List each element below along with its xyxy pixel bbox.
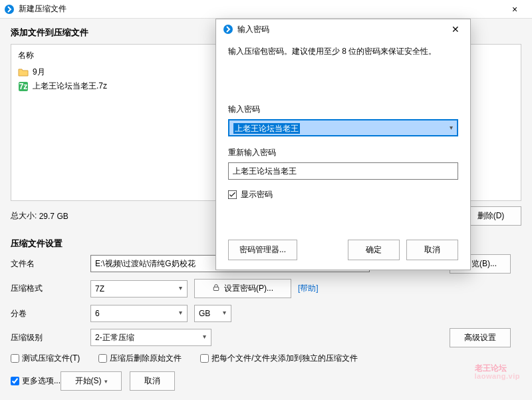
window-title: 新建压缩文件 — [19, 3, 66, 15]
show-password-checkbox[interactable]: 显示密码 — [228, 189, 458, 200]
split-size-input[interactable] — [90, 305, 188, 322]
repassword-input[interactable] — [228, 162, 458, 180]
split-unit-select[interactable] — [194, 305, 231, 322]
lock-icon — [212, 284, 220, 294]
app-icon — [223, 24, 233, 35]
password-label: 输入密码 — [228, 104, 458, 115]
sevenz-icon: 7z — [18, 81, 29, 92]
svg-point-4 — [223, 25, 233, 34]
dialog-title-bar: 输入密码 ✕ — [216, 19, 470, 39]
file-name: 上老王论坛当老王.7z — [33, 81, 107, 92]
format-label: 压缩格式 — [11, 283, 84, 294]
svg-rect-3 — [213, 287, 219, 290]
svg-point-0 — [5, 5, 14, 14]
dialog-hint: 输入压缩包密码。建议使用至少 8 位的密码来保证安全性。 — [228, 46, 458, 57]
chevron-down-icon[interactable]: ▾ — [450, 124, 453, 131]
help-link[interactable]: [帮助] — [298, 283, 319, 294]
password-combobox[interactable]: 上老王论坛当老王 ▾ — [228, 119, 458, 136]
cancel-button[interactable]: 取消 — [130, 371, 175, 391]
password-dialog: 输入密码 ✕ 输入压缩包密码。建议使用至少 8 位的密码来保证安全性。 输入密码… — [215, 19, 471, 270]
checkmark-icon — [228, 190, 237, 199]
app-icon — [4, 4, 15, 15]
svg-text:7z: 7z — [19, 82, 28, 91]
file-name: 9月 — [33, 67, 45, 78]
folder-icon — [18, 67, 29, 78]
password-manager-button[interactable]: 密码管理器... — [228, 240, 297, 260]
main-title-bar: 新建压缩文件 × — [0, 0, 532, 19]
advanced-settings-button[interactable]: 高级设置 — [450, 328, 511, 347]
password-input: 上老王论坛当老王 — [228, 119, 458, 136]
test-archive-checkbox[interactable]: 测试压缩文件(T) — [11, 353, 80, 364]
split-label: 分卷 — [11, 308, 84, 319]
repassword-label: 重新输入密码 — [228, 147, 458, 158]
filename-label: 文件名 — [11, 258, 84, 270]
total-size-value: 29.7 GB — [39, 212, 68, 221]
delete-after-checkbox[interactable]: 压缩后删除原始文件 — [98, 353, 182, 364]
ok-button[interactable]: 确定 — [348, 240, 400, 260]
compression-level-select[interactable] — [90, 329, 211, 346]
dialog-cancel-button[interactable]: 取消 — [406, 240, 458, 260]
start-button[interactable]: 开始(S)▾ — [61, 371, 122, 391]
dialog-title: 输入密码 — [237, 24, 269, 35]
separate-archives-checkbox[interactable]: 把每个文件/文件夹添加到独立的压缩文件 — [200, 353, 357, 364]
total-size-label: 总大小: — [11, 210, 37, 222]
window-close-button[interactable]: × — [501, 4, 528, 15]
more-options-checkbox[interactable]: 更多选项... — [11, 375, 61, 387]
footer-row: 更多选项... 开始(S)▾ 取消 — [11, 371, 521, 391]
dialog-close-button[interactable]: ✕ — [448, 24, 464, 35]
format-select[interactable] — [90, 280, 188, 298]
level-label: 压缩级别 — [11, 332, 84, 343]
set-password-button[interactable]: 设置密码(P)... — [194, 279, 291, 298]
